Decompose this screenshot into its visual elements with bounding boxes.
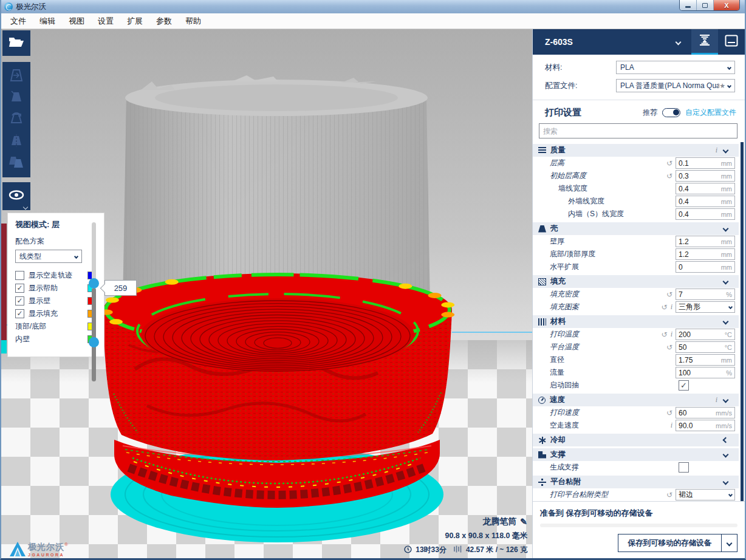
edge-model-strip (1, 224, 7, 340)
setting-input[interactable]: 60mm/s (676, 407, 735, 418)
chevron-left-icon[interactable] (723, 437, 729, 443)
revert-icon[interactable]: ↺ (662, 304, 668, 311)
layer-slider-track-lower[interactable] (92, 288, 96, 381)
setting-input[interactable]: 0mm (676, 261, 735, 273)
legend-checkbox-3[interactable]: ✓ (15, 309, 24, 318)
chevron-down-icon[interactable] (723, 452, 729, 458)
move-tool-button[interactable] (4, 66, 29, 87)
shell-section-icon (538, 225, 546, 233)
chevron-down-icon[interactable] (723, 397, 729, 403)
section-header-support[interactable]: 支撑 (533, 448, 739, 461)
revert-icon[interactable]: ↺ (662, 331, 668, 338)
setting-input[interactable]: 1.2mm (676, 236, 735, 247)
settings-scrollbar[interactable] (741, 142, 744, 501)
maximize-button[interactable] (697, 0, 714, 10)
setting-input[interactable]: 0.1mm (676, 157, 735, 169)
info-icon[interactable]: i (671, 330, 672, 339)
setting-input[interactable]: 1.75mm (676, 354, 735, 366)
view-mode-button[interactable] (4, 186, 29, 207)
revert-icon[interactable]: ↺ (666, 344, 672, 351)
print-time: 13时33分 (416, 545, 447, 555)
setting-dropdown[interactable]: 三角形 (676, 301, 735, 313)
revert-icon[interactable]: ↺ (666, 291, 672, 298)
chevron-down-icon[interactable] (723, 319, 729, 325)
open-file-button[interactable] (4, 33, 29, 53)
revert-icon[interactable]: ↺ (666, 172, 672, 180)
rotate-tool-button[interactable] (4, 109, 29, 130)
info-icon[interactable]: i (716, 395, 717, 405)
menu-item-1[interactable]: 编辑 (33, 13, 62, 29)
brand-logo: 极光尔沃® JGAURORA (10, 541, 68, 557)
section-header-material[interactable]: 材料 (533, 315, 739, 328)
custom-profile-link[interactable]: 自定义配置文件 (685, 108, 736, 118)
color-scheme-dropdown[interactable]: 线类型 (15, 250, 82, 263)
menu-item-0[interactable]: 文件 (4, 13, 33, 29)
setting-input[interactable]: 50°C (676, 341, 735, 353)
section-header-shell[interactable]: 壳 (533, 222, 739, 235)
eye-icon (8, 190, 25, 203)
edit-name-icon[interactable]: ✎ (520, 517, 527, 527)
machine-name[interactable]: Z-603S (545, 37, 573, 47)
section-label: 平台粘附 (550, 477, 581, 487)
setting-checkbox[interactable]: ✓ (679, 380, 689, 391)
section-header-infill[interactable]: 填充 (533, 275, 739, 288)
chevron-down-icon[interactable] (723, 479, 729, 485)
layer-slider-handle-top[interactable] (89, 278, 99, 289)
mirror-tool-button[interactable] (4, 131, 29, 152)
per-model-settings-button[interactable] (4, 152, 29, 173)
legend-checkbox-0[interactable] (15, 271, 24, 280)
section-header-cooling[interactable]: 冷却 (533, 434, 739, 446)
revert-icon[interactable]: ↺ (666, 160, 672, 167)
revert-icon[interactable]: ↺ (666, 409, 672, 417)
save-options-chevron[interactable] (721, 534, 737, 551)
legend-checkbox-1[interactable]: ✓ (15, 284, 24, 293)
setting-label: 层高 (533, 158, 564, 168)
setting-input[interactable]: 0.4mm (676, 196, 735, 207)
setting-input[interactable]: 0.3mm (676, 170, 735, 182)
revert-icon[interactable]: ↺ (666, 491, 672, 499)
section-header-quality[interactable]: 质量i (533, 144, 739, 157)
setting-checkbox[interactable] (679, 462, 689, 473)
chevron-down-icon[interactable] (723, 148, 729, 154)
setting-label: 打印温度 (533, 329, 579, 340)
setting-unit: % (726, 369, 732, 377)
legend-checkbox-2[interactable]: ✓ (15, 296, 24, 306)
chevron-down-icon[interactable] (723, 226, 729, 232)
search-input[interactable] (539, 123, 737, 138)
section-header-adhesion[interactable]: 平台粘附 (533, 476, 739, 488)
setting-input[interactable]: 1.2mm (676, 248, 735, 260)
setting-input[interactable]: 90.0mm/s (676, 420, 735, 431)
minimize-button[interactable] (680, 0, 697, 10)
menu-item-6[interactable]: 帮助 (179, 13, 208, 29)
material-dropdown[interactable]: PLA (616, 61, 735, 74)
menu-item-3[interactable]: 设置 (91, 13, 120, 29)
setting-row: 打印速度↺60mm/s (533, 406, 739, 419)
info-icon[interactable]: i (671, 302, 672, 312)
setting-input[interactable]: 200°C (676, 329, 735, 340)
setting-input[interactable]: 0.4mm (676, 208, 735, 220)
save-to-removable-button[interactable]: 保存到可移动的存储设备 (618, 534, 738, 552)
profile-dropdown[interactable]: PLA 普通质量(PLA Norma Qua ★ (616, 79, 735, 92)
setting-dropdown[interactable]: 裙边 (676, 489, 735, 500)
setting-input[interactable]: 7% (676, 289, 735, 300)
setting-input[interactable]: 0.4mm (676, 183, 735, 194)
tab-monitor-view[interactable] (718, 29, 745, 55)
section-label: 材料 (550, 316, 566, 327)
info-icon[interactable]: i (671, 421, 672, 430)
layer-slider-handle-bottom[interactable] (89, 337, 99, 347)
menu-item-5[interactable]: 参数 (149, 13, 179, 29)
support-section-icon (538, 451, 546, 459)
scale-tool-button[interactable] (4, 87, 29, 108)
settings-panel: Z-603S 材料: PLA 配置文件: PLA 普通质量(PLA Norma (532, 29, 745, 558)
tab-prepare-slice-view[interactable] (691, 29, 718, 55)
section-header-speed[interactable]: 速度i (533, 394, 739, 406)
close-button[interactable]: X (714, 0, 739, 10)
viewport-3d[interactable]: 视图模式: 层 配色方案 线类型 显示空走轨迹✓显示帮助✓显示壁✓显示填充顶部/… (1, 29, 532, 560)
setting-input[interactable]: 100% (676, 367, 735, 378)
menu-item-4[interactable]: 扩展 (120, 13, 149, 29)
chevron-down-icon[interactable] (676, 39, 682, 45)
recommended-custom-toggle[interactable] (662, 108, 680, 117)
info-icon[interactable]: i (716, 146, 717, 155)
chevron-down-icon[interactable] (723, 279, 729, 285)
menu-item-2[interactable]: 视图 (62, 13, 91, 29)
